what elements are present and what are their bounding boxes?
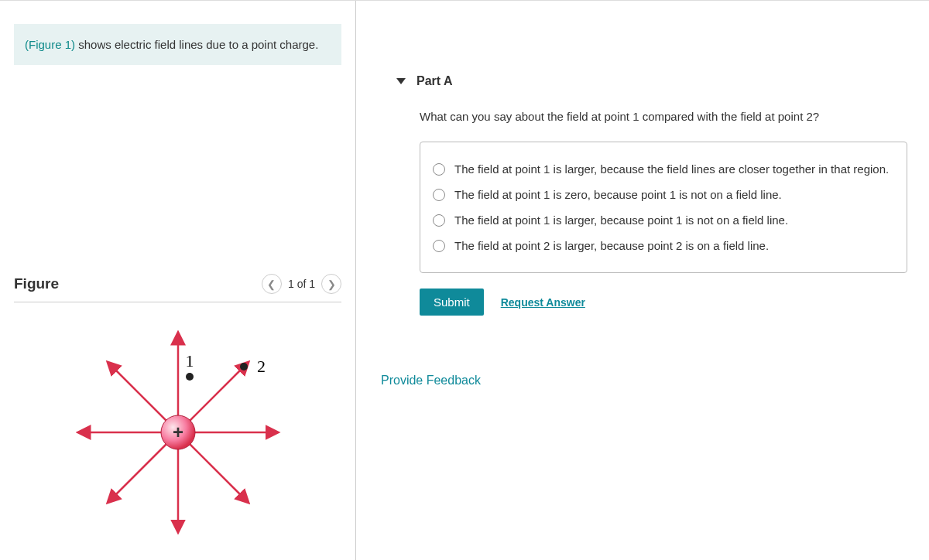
radio-button[interactable] — [433, 214, 445, 227]
option-label: The field at point 2 is larger, because … — [454, 239, 769, 252]
answer-options: The field at point 1 is larger, because … — [420, 142, 907, 273]
svg-point-10 — [186, 373, 194, 381]
figure-prev-button[interactable]: ❮ — [262, 274, 282, 294]
problem-intro: (Figure 1) shows electric field lines du… — [14, 24, 341, 65]
figure-counter: 1 of 1 — [288, 278, 315, 290]
radio-button[interactable] — [433, 163, 445, 176]
option-row[interactable]: The field at point 1 is zero, because po… — [433, 182, 894, 207]
figure-title: Figure — [14, 275, 59, 292]
option-row[interactable]: The field at point 1 is larger, because … — [433, 156, 894, 182]
option-label: The field at point 1 is larger, because … — [454, 162, 889, 176]
option-row[interactable]: The field at point 2 is larger, because … — [433, 233, 894, 258]
chevron-right-icon: ❯ — [327, 278, 336, 290]
part-title: Part A — [417, 74, 453, 88]
figure-next-button[interactable]: ❯ — [321, 274, 341, 294]
radio-button[interactable] — [433, 240, 445, 252]
radio-button[interactable] — [433, 189, 445, 201]
question-text: What can you say about the field at poin… — [420, 110, 921, 123]
collapse-toggle-icon[interactable] — [396, 78, 406, 84]
option-row[interactable]: The field at point 1 is larger, because … — [433, 207, 894, 233]
svg-point-11 — [240, 363, 248, 370]
point1-label: 1 — [185, 351, 194, 370]
center-charge-label: + — [172, 422, 183, 442]
field-lines-diagram: + 1 2 — [62, 316, 294, 548]
option-label: The field at point 1 is zero, because po… — [454, 188, 782, 201]
submit-button[interactable]: Submit — [420, 289, 484, 316]
request-answer-link[interactable]: Request Answer — [501, 296, 585, 309]
provide-feedback-link[interactable]: Provide Feedback — [381, 374, 481, 388]
intro-text: shows electric field lines due to a poin… — [75, 38, 318, 51]
option-label: The field at point 1 is larger, because … — [454, 213, 788, 227]
figure-reference-link[interactable]: (Figure 1) — [25, 38, 75, 51]
point2-label: 2 — [257, 357, 266, 376]
chevron-left-icon: ❮ — [267, 278, 276, 290]
